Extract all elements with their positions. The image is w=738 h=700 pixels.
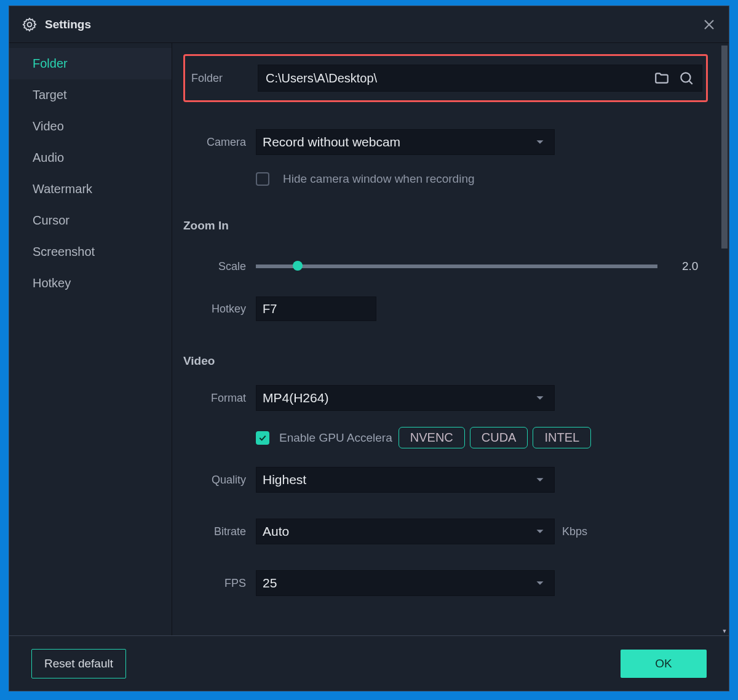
format-select[interactable]: MP4(H264) bbox=[256, 385, 555, 411]
folder-row-highlight: Folder C:\Users\A\Desktop\ bbox=[183, 54, 708, 102]
sidebar-item-watermark[interactable]: Watermark bbox=[9, 173, 172, 205]
sidebar: Folder Target Video Audio Watermark Curs… bbox=[9, 43, 172, 635]
zoom-heading: Zoom In bbox=[183, 219, 708, 233]
chevron-down-icon bbox=[533, 135, 547, 149]
scroll-down-icon[interactable]: ▼ bbox=[721, 628, 728, 634]
quality-label: Quality bbox=[183, 474, 256, 487]
folder-label: Folder bbox=[191, 72, 258, 85]
camera-select-value: Record without webcam bbox=[263, 135, 400, 149]
sidebar-item-audio[interactable]: Audio bbox=[9, 142, 172, 173]
folder-path-text: C:\Users\A\Desktop\ bbox=[266, 71, 645, 86]
sidebar-item-screenshot[interactable]: Screenshot bbox=[9, 236, 172, 268]
folder-input[interactable]: C:\Users\A\Desktop\ bbox=[258, 65, 702, 92]
scale-slider[interactable] bbox=[256, 264, 657, 268]
scale-slider-thumb[interactable] bbox=[293, 261, 303, 271]
hotkey-input[interactable]: F7 bbox=[256, 296, 376, 321]
close-button[interactable] bbox=[702, 17, 716, 32]
bitrate-value: Auto bbox=[263, 524, 289, 539]
video-heading: Video bbox=[183, 354, 708, 368]
hotkey-value: F7 bbox=[263, 302, 277, 316]
chevron-down-icon bbox=[533, 473, 547, 487]
quality-select[interactable]: Highest bbox=[256, 467, 555, 493]
scale-value: 2.0 bbox=[682, 260, 708, 273]
settings-window: Settings Folder Target Video Audio Water… bbox=[9, 6, 729, 691]
ok-button[interactable]: OK bbox=[621, 650, 707, 678]
camera-label: Camera bbox=[183, 136, 256, 149]
sidebar-item-hotkey[interactable]: Hotkey bbox=[9, 268, 172, 299]
fps-value: 25 bbox=[263, 576, 277, 591]
hide-camera-label: Hide camera window when recording bbox=[283, 172, 475, 186]
quality-value: Highest bbox=[263, 472, 306, 487]
hide-camera-checkbox[interactable] bbox=[256, 172, 269, 186]
format-value: MP4(H264) bbox=[263, 391, 328, 405]
gpu-enable-label: Enable GPU Accelera bbox=[279, 431, 392, 445]
fps-label: FPS bbox=[183, 577, 256, 590]
fps-select[interactable]: 25 bbox=[256, 570, 555, 596]
chevron-down-icon bbox=[533, 391, 547, 405]
window-title: Settings bbox=[45, 18, 702, 31]
gear-icon bbox=[22, 17, 38, 33]
sidebar-item-cursor[interactable]: Cursor bbox=[9, 205, 172, 236]
footer: Reset default OK bbox=[9, 635, 729, 691]
gpu-enable-checkbox[interactable] bbox=[256, 431, 269, 445]
bitrate-select[interactable]: Auto bbox=[256, 519, 555, 544]
svg-point-3 bbox=[681, 73, 690, 82]
svg-point-0 bbox=[28, 22, 32, 26]
gpu-option-intel[interactable]: INTEL bbox=[533, 427, 591, 448]
gpu-option-cuda[interactable]: CUDA bbox=[470, 427, 528, 448]
sidebar-item-target[interactable]: Target bbox=[9, 79, 172, 111]
camera-select[interactable]: Record without webcam bbox=[256, 129, 555, 155]
format-label: Format bbox=[183, 392, 256, 405]
reset-default-button[interactable]: Reset default bbox=[31, 649, 126, 678]
chevron-down-icon bbox=[533, 576, 547, 590]
svg-line-4 bbox=[689, 81, 692, 84]
titlebar: Settings bbox=[9, 6, 729, 43]
bitrate-unit: Kbps bbox=[562, 525, 587, 538]
chevron-down-icon bbox=[533, 525, 547, 538]
sidebar-item-folder[interactable]: Folder bbox=[9, 48, 172, 79]
hotkey-label: Hotkey bbox=[183, 303, 256, 316]
scale-label: Scale bbox=[183, 260, 256, 273]
sidebar-item-video[interactable]: Video bbox=[9, 111, 172, 142]
folder-open-icon[interactable] bbox=[654, 70, 670, 86]
gpu-option-nvenc[interactable]: NVENC bbox=[399, 427, 465, 448]
bitrate-label: Bitrate bbox=[183, 525, 256, 538]
scrollbar-thumb[interactable] bbox=[721, 46, 728, 249]
settings-panel: Folder C:\Users\A\Desktop\ bbox=[172, 43, 719, 635]
search-icon[interactable] bbox=[678, 70, 694, 86]
scrollbar[interactable]: ▲ ▼ bbox=[721, 46, 728, 633]
